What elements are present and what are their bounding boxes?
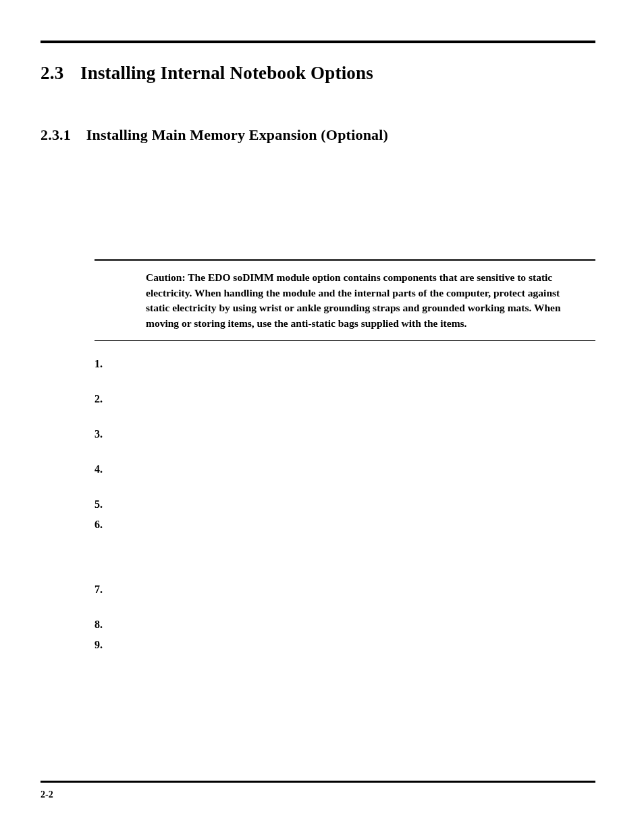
page-number: 2-2 bbox=[41, 789, 53, 800]
step-marker: 9. bbox=[95, 637, 103, 653]
page: 2.3 Installing Internal Notebook Options… bbox=[0, 0, 644, 834]
section-title: Installing Internal Notebook Options bbox=[80, 63, 373, 83]
step-marker: 7. bbox=[95, 581, 103, 598]
caution-body: The EDO soDIMM module option contains co… bbox=[146, 271, 561, 328]
step-9: 9. bbox=[95, 637, 595, 654]
footer: 2-2 bbox=[41, 781, 595, 800]
step-marker: 6. bbox=[95, 517, 103, 533]
step-marker: 8. bbox=[95, 617, 103, 633]
section-heading: 2.3 Installing Internal Notebook Options bbox=[41, 62, 595, 85]
subsection-number: 2.3.1 bbox=[41, 126, 82, 145]
section-number: 2.3 bbox=[41, 62, 76, 85]
caution-label: Caution: bbox=[146, 271, 186, 283]
step-1: 1. bbox=[95, 356, 595, 373]
step-marker: 1. bbox=[95, 356, 103, 372]
caution-text: Caution: The EDO soDIMM module option co… bbox=[146, 270, 582, 331]
step-2: 2. bbox=[95, 391, 595, 409]
footer-row: 2-2 bbox=[41, 789, 595, 800]
step-marker: 2. bbox=[95, 391, 103, 407]
step-marker: 3. bbox=[95, 426, 103, 442]
top-rule bbox=[41, 41, 595, 43]
step-7: 7. bbox=[95, 581, 595, 599]
subsection-title: Installing Main Memory Expansion (Option… bbox=[86, 126, 388, 143]
bottom-rule bbox=[41, 781, 595, 783]
caution-block: Caution: The EDO soDIMM module option co… bbox=[95, 259, 595, 341]
step-marker: 5. bbox=[95, 496, 103, 513]
step-8: 8. bbox=[95, 617, 595, 634]
subsection-heading: 2.3.1 Installing Main Memory Expansion (… bbox=[41, 126, 595, 145]
step-5: 5. bbox=[95, 496, 595, 514]
intro-paragraph bbox=[95, 192, 595, 240]
footer-title bbox=[593, 789, 596, 800]
step-list: 1. 2. 3. 4. 5. 6. 7. 8. 9. bbox=[95, 356, 595, 654]
step-4: 4. bbox=[95, 461, 595, 479]
step-marker: 4. bbox=[95, 461, 103, 477]
step-6: 6. bbox=[95, 517, 595, 534]
step-3: 3. bbox=[95, 426, 595, 444]
